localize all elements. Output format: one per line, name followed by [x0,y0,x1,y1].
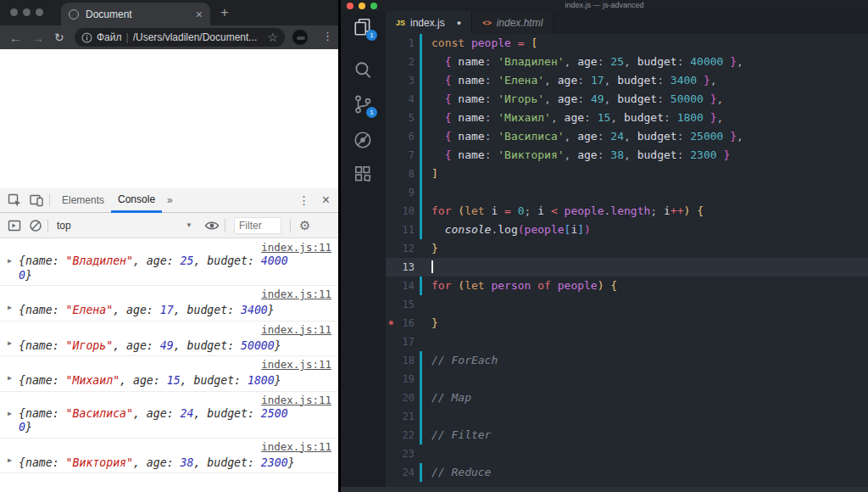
code-line[interactable]: 17 [386,333,868,351]
tab-elements[interactable]: Elements [55,188,111,213]
code-line[interactable]: 4 { name: 'Игорь', age: 49, budget: 5000… [386,90,868,109]
bookmark-star-icon[interactable]: ☆ [267,31,278,44]
code-line[interactable]: 6 { name: 'Василиса', age: 24, budget: 2… [386,127,868,146]
code-line[interactable]: 7 { name: 'Виктория', age: 38, budget: 2… [386,146,868,165]
code-line[interactable]: 21 [386,407,868,426]
inspect-element-icon[interactable] [7,193,22,208]
code-line[interactable]: 2 { name: 'Владилен', age: 25, budget: 4… [386,53,868,71]
line-number: 14 [386,277,415,295]
window-minimize-button[interactable] [23,8,31,16]
window-zoom-button[interactable] [36,8,43,16]
expand-triangle-icon[interactable]: ▶ [8,257,12,265]
window-minimize-button[interactable] [359,3,365,9]
new-tab-button[interactable]: + [220,4,229,21]
code-line[interactable]: 14for (let person of people) { [386,277,868,295]
console-sidebar-icon[interactable] [7,218,22,233]
gutter [415,90,431,109]
reload-icon[interactable]: ↻ [54,31,64,44]
modified-dot-icon[interactable]: ● [457,19,461,27]
gutter [415,202,431,221]
gutter [415,34,431,53]
line-number: 17 [386,333,415,351]
more-tabs-icon[interactable]: » [167,194,173,206]
code-line[interactable]: 3 { name: 'Елена', age: 17, budget: 3400… [386,71,868,90]
code-line[interactable]: 18// ForEach [386,351,868,370]
source-location-link[interactable]: index.js:11 [261,241,331,254]
code-text: { name: 'Михаил', age: 15, budget: 1800 … [431,109,723,127]
code-line[interactable]: 15 [386,295,868,314]
code-line[interactable]: 20// Map [386,389,868,407]
browser-toolbar: ← → ↻ Файл | /Users/vladilen/Document...… [0,25,338,49]
code-line[interactable]: 8] [386,165,868,183]
code-line[interactable]: 16} [386,314,868,333]
divider [290,219,291,232]
address-bar[interactable]: Файл | /Users/vladilen/Document... ☆ [75,28,285,47]
forward-icon[interactable]: → [31,31,44,45]
context-selector[interactable]: top ▼ [57,220,192,232]
line-number: 11 [386,221,415,239]
code-line[interactable]: 9 [386,183,868,202]
extension-icon[interactable] [292,29,309,46]
gutter [415,127,431,146]
desktop: Document × + ← → ↻ Файл | /Users/vladile… [0,0,868,492]
console-log-list: index.js:11▶{name: "Владилен", age: 25, … [0,239,338,473]
tab-close-icon[interactable]: × [196,8,203,20]
window-close-button[interactable] [10,8,18,16]
tab-console[interactable]: Console [111,188,162,213]
code-line[interactable]: 24// Reduce [386,463,868,482]
debug-icon[interactable] [353,130,373,150]
window-close-button[interactable] [347,3,353,9]
source-location-link[interactable]: index.js:11 [261,394,331,406]
source-location-link[interactable]: index.js:11 [261,358,331,371]
code-line[interactable]: 13 [386,258,868,277]
line-number: 18 [386,351,415,370]
search-icon[interactable] [353,60,373,81]
source-location-link[interactable]: index.js:11 [261,323,331,336]
browser-tab[interactable]: Document × [61,3,210,25]
browser-menu-icon[interactable]: ⋮ [322,30,333,42]
source-control-icon[interactable]: 1 [353,94,373,115]
clear-console-icon[interactable] [29,219,42,232]
code-line[interactable]: 22// Filter [386,426,868,444]
code-line[interactable]: 19 [386,370,868,389]
site-info-icon[interactable] [81,32,92,43]
expand-triangle-icon[interactable]: ▶ [8,374,12,382]
object-preview: ▶{name: "Виктория", age: 38, budget: 230… [7,454,331,471]
vscode-window-title: index.js — js-advanced [341,0,868,11]
code-line[interactable]: 10for (let i = 0; i < people.length; i++… [386,202,868,221]
console-settings-gear-icon[interactable]: ⚙ [299,218,310,233]
source-location-link[interactable]: index.js:11 [261,440,331,453]
tab-index-js[interactable]: JS index.js ● [386,11,472,34]
code-text: for (let person of people) { [431,277,617,295]
code-line[interactable]: 11 console.log(people[i]) [386,221,868,239]
devtools-close-icon[interactable]: × [322,193,330,208]
line-number: 19 [386,370,415,389]
code-editor[interactable]: 1const people = [2 { name: 'Владилен', a… [386,34,868,487]
expand-triangle-icon[interactable]: ▶ [8,456,12,464]
expand-triangle-icon[interactable]: ▶ [8,410,12,417]
source-location-link[interactable]: index.js:11 [261,288,331,300]
gutter [415,277,431,295]
explorer-icon[interactable]: 1 [353,17,373,37]
device-toolbar-icon[interactable] [29,193,44,208]
code-line[interactable]: 1const people = [ [386,34,868,53]
window-zoom-button[interactable] [370,3,377,9]
live-expression-eye-icon[interactable] [204,220,220,232]
code-line[interactable]: 5 { name: 'Михаил', age: 15, budget: 180… [386,109,868,127]
console-entry: index.js:11▶{name: "Елена", age: 17, bud… [0,286,338,321]
console-filter-input[interactable]: Filter [234,217,281,234]
gutter [415,370,431,389]
code-text: // Map [431,389,471,407]
code-line[interactable]: 12} [386,239,868,258]
extensions-icon[interactable] [353,164,373,184]
expand-triangle-icon[interactable]: ▶ [8,339,12,347]
tab-index-html[interactable]: <> index.html [472,11,554,34]
git-modified-bar [420,389,422,407]
line-number: 24 [386,463,415,482]
devtools-menu-icon[interactable]: ⋮ [298,193,310,207]
back-icon[interactable]: ← [9,31,22,45]
code-line[interactable]: 23 [386,444,868,463]
expand-triangle-icon[interactable]: ▶ [8,304,12,311]
object-preview-text: {name: "Михаил", age: 15, budget: 1800} [19,374,296,389]
breakpoint-dot-icon[interactable] [389,321,393,325]
